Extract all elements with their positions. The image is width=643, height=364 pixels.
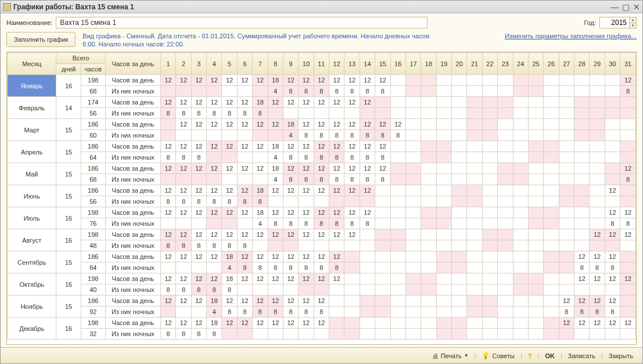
day-cell[interactable]: 12 — [160, 251, 175, 262]
day-cell[interactable] — [559, 329, 574, 340]
day-cell[interactable]: 8 — [222, 108, 237, 119]
day-cell[interactable] — [574, 185, 590, 196]
day-cell[interactable]: 8 — [191, 284, 206, 295]
table-row[interactable]: Август16198Часов за день1212121212121212… — [8, 229, 636, 240]
day-cell[interactable] — [513, 108, 528, 119]
night-total[interactable]: 76 — [81, 218, 105, 229]
day-cell[interactable] — [528, 196, 543, 207]
day-cell[interactable] — [329, 307, 344, 318]
day-cell[interactable] — [253, 329, 268, 340]
day-cell[interactable]: 8 — [605, 307, 620, 318]
day-cell[interactable] — [590, 75, 605, 86]
day-cell[interactable] — [559, 284, 574, 295]
day-cell[interactable] — [390, 229, 405, 240]
day-cell[interactable]: 18 — [222, 273, 237, 284]
day-cell[interactable]: 12 — [222, 163, 237, 174]
day-cell[interactable] — [482, 196, 497, 207]
day-cell[interactable] — [405, 295, 421, 307]
day-cell[interactable]: 12 — [605, 295, 620, 307]
day-cell[interactable]: 8 — [559, 307, 574, 318]
days-total[interactable]: 15 — [56, 251, 81, 273]
day-cell[interactable]: 18 — [268, 163, 283, 174]
day-cell[interactable]: 8 — [222, 307, 237, 318]
day-cell[interactable]: 12 — [360, 119, 375, 130]
table-row[interactable]: Июль16198Часов за день121212121212181212… — [8, 207, 636, 218]
day-cell[interactable]: 12 — [191, 251, 206, 262]
day-cell[interactable] — [467, 284, 482, 295]
night-total[interactable]: 84 — [81, 262, 105, 273]
day-cell[interactable]: 12 — [176, 163, 191, 174]
days-total[interactable]: 15 — [56, 163, 81, 185]
day-cell[interactable] — [452, 273, 467, 284]
day-cell[interactable] — [421, 108, 436, 119]
day-cell[interactable] — [513, 86, 528, 97]
day-cell[interactable]: 12 — [160, 163, 175, 174]
day-cell[interactable] — [405, 273, 421, 284]
day-cell[interactable] — [452, 108, 467, 119]
day-cell[interactable] — [605, 97, 620, 108]
day-cell[interactable]: 8 — [314, 174, 329, 185]
days-total[interactable]: 14 — [56, 97, 81, 119]
day-cell[interactable] — [574, 196, 590, 207]
day-cell[interactable] — [467, 196, 482, 207]
day-cell[interactable]: 12 — [268, 295, 283, 307]
day-cell[interactable]: 12 — [299, 119, 314, 130]
day-cell[interactable] — [421, 329, 436, 340]
day-cell[interactable] — [160, 86, 175, 97]
day-cell[interactable]: 12 — [237, 229, 252, 240]
day-cell[interactable]: 12 — [299, 97, 314, 108]
day-cell[interactable] — [390, 75, 405, 86]
day-cell[interactable]: 12 — [605, 207, 620, 218]
day-cell[interactable] — [405, 97, 421, 108]
day-cell[interactable] — [436, 97, 451, 108]
day-cell[interactable]: 8 — [344, 218, 360, 229]
day-cell[interactable] — [176, 262, 191, 273]
day-cell[interactable] — [590, 240, 605, 251]
day-cell[interactable]: 12 — [574, 273, 590, 284]
spinner-up-icon[interactable]: ▲ — [630, 17, 636, 23]
day-cell[interactable] — [498, 329, 513, 340]
day-cell[interactable] — [421, 86, 436, 97]
day-cell[interactable] — [482, 240, 497, 251]
day-cell[interactable] — [482, 141, 497, 152]
day-cell[interactable] — [498, 262, 513, 273]
day-cell[interactable]: 12 — [620, 273, 636, 284]
day-cell[interactable] — [360, 284, 375, 295]
day-cell[interactable] — [452, 97, 467, 108]
day-cell[interactable] — [498, 284, 513, 295]
day-cell[interactable] — [590, 86, 605, 97]
day-cell[interactable] — [528, 119, 543, 130]
day-cell[interactable]: 8 — [222, 196, 237, 207]
day-cell[interactable] — [344, 262, 360, 273]
day-cell[interactable] — [390, 108, 405, 119]
day-cell[interactable] — [405, 262, 421, 273]
day-cell[interactable]: 12 — [314, 273, 329, 284]
day-cell[interactable]: 8 — [344, 174, 360, 185]
day-cell[interactable] — [559, 108, 574, 119]
day-cell[interactable] — [390, 196, 405, 207]
day-cell[interactable] — [605, 152, 620, 163]
day-cell[interactable] — [605, 174, 620, 185]
day-cell[interactable] — [498, 75, 513, 86]
day-cell[interactable] — [390, 174, 405, 185]
day-cell[interactable] — [390, 284, 405, 295]
day-cell[interactable] — [160, 119, 175, 130]
day-cell[interactable]: 8 — [207, 108, 222, 119]
maximize-icon[interactable]: ▢ — [622, 2, 630, 12]
day-cell[interactable] — [390, 273, 405, 284]
table-row[interactable]: 32Из них ночных8888 — [8, 329, 636, 340]
hours-total[interactable]: 186 — [81, 163, 105, 174]
day-cell[interactable]: 12 — [375, 75, 390, 86]
day-cell[interactable]: 12 — [329, 207, 344, 218]
day-cell[interactable] — [498, 152, 513, 163]
day-cell[interactable]: 12 — [314, 229, 329, 240]
day-cell[interactable] — [390, 185, 405, 196]
day-cell[interactable] — [207, 152, 222, 163]
day-cell[interactable]: 12 — [222, 229, 237, 240]
day-cell[interactable] — [160, 262, 175, 273]
spinner-down-icon[interactable]: ▼ — [630, 23, 636, 28]
day-cell[interactable] — [452, 141, 467, 152]
day-cell[interactable] — [452, 295, 467, 307]
day-cell[interactable] — [467, 97, 482, 108]
hours-total[interactable]: 198 — [81, 273, 105, 284]
